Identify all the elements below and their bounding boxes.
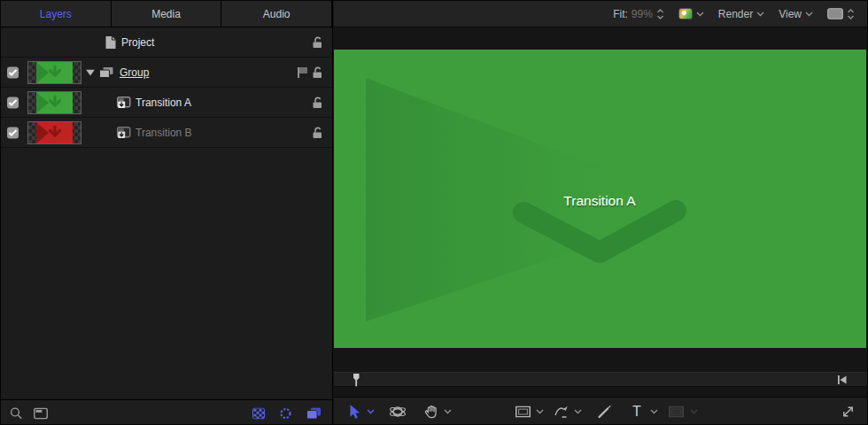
render-options-gear-icon[interactable] — [279, 406, 292, 420]
layer-row-project[interactable]: Project — [1, 27, 332, 58]
tab-audio-label: Audio — [263, 8, 291, 20]
shape-tool-icon[interactable] — [515, 406, 531, 418]
windows-layers-icon[interactable] — [306, 407, 322, 420]
group-thumbnail[interactable] — [27, 61, 81, 84]
group-label[interactable]: Group — [120, 66, 149, 79]
transparency-checker-icon[interactable] — [252, 407, 265, 419]
select-tool-icon[interactable] — [349, 405, 360, 420]
layers-panel: Layers Media Audio Project — [1, 1, 333, 425]
tab-audio[interactable]: Audio — [221, 1, 332, 27]
display-icon — [827, 8, 843, 19]
clip-badge-icon — [117, 127, 131, 139]
display-select-control[interactable] — [827, 8, 855, 20]
filter-panel-icon[interactable] — [34, 407, 48, 419]
pen-tool-chevron-icon[interactable] — [574, 409, 582, 414]
lock-icon[interactable] — [311, 96, 323, 109]
channels-swatch-control[interactable] — [678, 8, 704, 19]
canvas-viewport[interactable]: Transition A Transition A — [334, 50, 866, 348]
view-menu[interactable]: View — [779, 8, 813, 20]
flag-icon[interactable] — [297, 66, 308, 79]
transition-a-thumbnail[interactable] — [27, 91, 81, 114]
fit-value: 99% — [632, 8, 653, 20]
canvas-content: Transition A Transition A — [334, 50, 866, 348]
mask-tool-chevron-icon-disabled — [690, 409, 698, 414]
viewer-toolbar: Fit: 99% Render View — [334, 1, 868, 27]
panel-tabbar: Layers Media Audio — [1, 1, 332, 27]
transition-a-checkbox[interactable] — [7, 97, 19, 108]
chevron-down-icon — [805, 12, 813, 17]
expand-view-icon[interactable] — [841, 406, 855, 419]
mini-timeline[interactable] — [334, 372, 868, 387]
group-checkbox[interactable] — [7, 66, 19, 78]
shape-tool-chevron-icon[interactable] — [536, 409, 544, 414]
transition-b-thumbnail[interactable] — [27, 121, 81, 144]
group-icon — [99, 66, 113, 78]
chevron-down-icon — [756, 12, 764, 17]
project-label: Project — [121, 36, 154, 49]
layer-row-transition-a[interactable]: Transition A — [1, 88, 332, 118]
playhead-marker[interactable] — [351, 373, 360, 386]
text-tool-chevron-icon[interactable] — [650, 409, 658, 414]
render-menu[interactable]: Render — [718, 8, 764, 20]
viewer-area: Fit: 99% Render View — [334, 1, 868, 425]
transition-b-label[interactable]: Transition B — [136, 127, 192, 139]
disclosure-triangle-icon[interactable] — [86, 69, 95, 75]
motion-window: Layers Media Audio Project — [0, 0, 868, 425]
transition-a-label[interactable]: Transition A — [136, 97, 191, 109]
clip-badge-icon — [117, 97, 131, 109]
lock-icon[interactable] — [311, 66, 323, 79]
chevron-down-icon — [696, 12, 704, 17]
layer-row-group[interactable]: Group — [1, 58, 332, 88]
tab-layers-label: Layers — [40, 8, 72, 20]
mask-tool-icon-disabled — [669, 406, 684, 418]
layers-panel-footer — [1, 399, 332, 425]
select-tool-chevron-icon[interactable] — [367, 409, 375, 414]
hand-tool-chevron-icon[interactable] — [444, 409, 452, 414]
stepper-icon[interactable] — [656, 8, 664, 20]
end-marker[interactable] — [837, 375, 848, 385]
canvas-overlay-text: Transition A — [563, 193, 636, 208]
tab-media[interactable]: Media — [112, 1, 222, 27]
transition-b-checkbox[interactable] — [7, 127, 19, 138]
lock-icon[interactable] — [311, 35, 323, 49]
canvas-toolbar: T — [334, 397, 868, 425]
layer-row-transition-b[interactable]: Transition B — [1, 118, 332, 148]
zoom-fit-control[interactable]: Fit: 99% — [613, 8, 664, 20]
tab-layers[interactable]: Layers — [1, 1, 112, 27]
search-icon[interactable] — [10, 406, 23, 420]
fit-label: Fit: — [613, 8, 628, 20]
view-label: View — [779, 8, 802, 20]
project-document-icon — [105, 35, 116, 49]
tab-media-label: Media — [151, 8, 181, 20]
text-tool-icon[interactable]: T — [632, 404, 641, 420]
lock-icon[interactable] — [311, 126, 323, 139]
hand-tool-icon[interactable] — [424, 405, 438, 420]
stepper-icon — [847, 8, 855, 20]
transform-3d-tool-icon[interactable] — [389, 405, 407, 420]
paint-stroke-tool-icon[interactable] — [597, 405, 612, 420]
color-swatch-icon — [678, 8, 693, 19]
bezier-pen-tool-icon[interactable] — [554, 406, 570, 419]
render-label: Render — [718, 8, 753, 20]
